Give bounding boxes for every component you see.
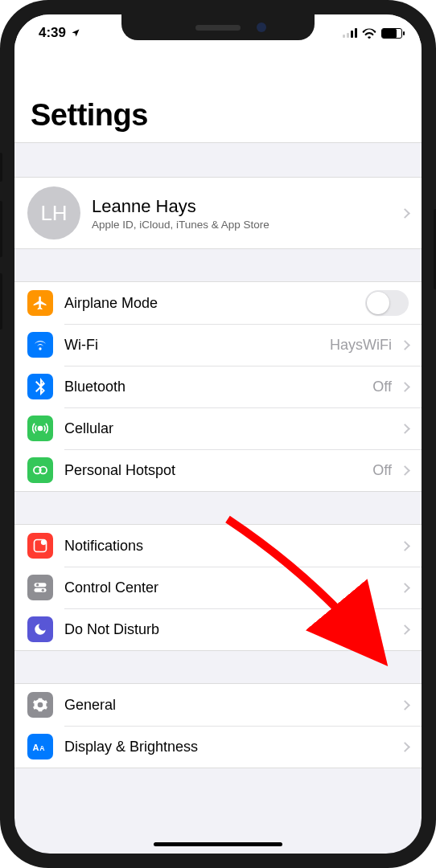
battery-icon — [381, 28, 402, 39]
home-indicator[interactable] — [154, 842, 282, 846]
row-label: Control Center — [64, 579, 398, 596]
cellular-signal-icon — [343, 28, 357, 38]
svg-point-3 — [41, 540, 47, 546]
device-frame: 4:39 Settings LH Leanne Hays Apple — [0, 0, 436, 868]
moon-icon — [27, 616, 53, 642]
chevron-right-icon — [400, 624, 410, 635]
group-spacer — [14, 143, 422, 177]
chevron-right-icon — [400, 424, 410, 434]
wifi-status-icon — [362, 28, 376, 39]
general-row[interactable]: General — [14, 684, 422, 726]
row-label: Notifications — [64, 538, 398, 555]
hotspot-value: Off — [372, 462, 392, 479]
chevron-right-icon — [400, 340, 410, 350]
row-label: Do Not Disturb — [64, 621, 398, 638]
display-icon: AA — [27, 734, 53, 760]
airplane-mode-row[interactable]: Airplane Mode — [14, 282, 422, 324]
row-label: Personal Hotspot — [64, 462, 372, 479]
notifications-section: Notifications Control Center Do Not Dist… — [14, 524, 422, 651]
account-section: LH Leanne Hays Apple ID, iCloud, iTunes … — [14, 177, 422, 249]
do-not-disturb-row[interactable]: Do Not Disturb — [14, 608, 422, 650]
chevron-right-icon — [400, 742, 410, 752]
chevron-right-icon — [400, 208, 410, 219]
cellular-row[interactable]: Cellular — [14, 407, 422, 449]
location-icon — [71, 28, 80, 38]
status-time: 4:39 — [39, 25, 66, 41]
control-center-row[interactable]: Control Center — [14, 567, 422, 608]
screen: 4:39 Settings LH Leanne Hays Apple — [14, 14, 422, 854]
chevron-right-icon — [400, 583, 410, 593]
svg-rect-4 — [35, 583, 47, 587]
wifi-icon — [27, 332, 53, 358]
account-subtitle: Apple ID, iCloud, iTunes & App Store — [92, 219, 398, 231]
row-label: Display & Brightness — [64, 739, 398, 755]
wifi-value: HaysWiFi — [330, 337, 392, 354]
svg-point-6 — [36, 583, 39, 586]
airplane-mode-switch[interactable] — [365, 290, 409, 316]
side-button — [0, 153, 2, 182]
display-brightness-row[interactable]: AA Display & Brightness — [14, 726, 422, 768]
row-label: Airplane Mode — [64, 295, 365, 312]
row-label: Bluetooth — [64, 379, 372, 395]
bluetooth-value: Off — [372, 379, 392, 395]
group-spacer — [14, 492, 422, 524]
notifications-row[interactable]: Notifications — [14, 525, 422, 567]
bluetooth-icon — [27, 374, 53, 399]
volume-down-button — [0, 273, 2, 330]
wifi-row[interactable]: Wi-Fi HaysWiFi — [14, 324, 422, 366]
avatar: LH — [27, 186, 80, 240]
bluetooth-row[interactable]: Bluetooth Off — [14, 366, 422, 407]
group-spacer — [14, 651, 422, 683]
group-spacer — [14, 249, 422, 281]
svg-point-7 — [42, 589, 44, 592]
page-title: Settings — [31, 98, 405, 133]
chevron-right-icon — [400, 465, 410, 476]
row-label: General — [64, 697, 398, 714]
svg-rect-5 — [35, 588, 47, 592]
avatar-initials: LH — [40, 201, 67, 226]
chevron-right-icon — [400, 541, 410, 551]
svg-text:A: A — [39, 744, 44, 752]
chevron-right-icon — [400, 382, 410, 392]
row-label: Cellular — [64, 420, 398, 437]
connectivity-section: Airplane Mode Wi-Fi HaysWiFi Bluetooth O… — [14, 281, 422, 492]
control-center-icon — [27, 575, 53, 600]
general-section: General AA Display & Brightness — [14, 683, 422, 768]
notifications-icon — [27, 533, 53, 559]
airplane-icon — [27, 290, 53, 316]
header: Settings — [14, 51, 422, 143]
notch — [121, 14, 315, 40]
hotspot-icon — [27, 457, 53, 483]
volume-up-button — [0, 201, 2, 257]
chevron-right-icon — [400, 700, 410, 710]
account-row[interactable]: LH Leanne Hays Apple ID, iCloud, iTunes … — [14, 178, 422, 248]
personal-hotspot-row[interactable]: Personal Hotspot Off — [14, 449, 422, 491]
svg-text:A: A — [33, 743, 39, 752]
gear-icon — [27, 692, 53, 718]
row-label: Wi-Fi — [64, 337, 330, 354]
cellular-icon — [27, 416, 53, 441]
account-name: Leanne Hays — [92, 196, 398, 217]
